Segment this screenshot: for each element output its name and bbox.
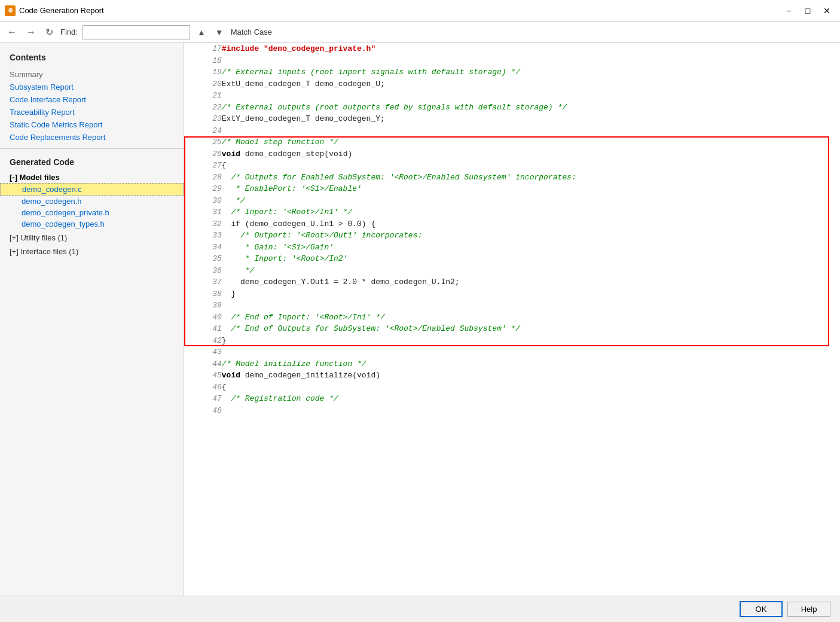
line-number: 38 (184, 288, 222, 300)
code-panel[interactable]: 17#include "demo_codegen_private.h"1819/… (184, 43, 840, 596)
code-comment-link-span: /* Outputs for Enabled SubSystem: '<Root… (222, 173, 576, 182)
line-number: 43 (184, 346, 222, 358)
static-code-metrics-link[interactable]: Static Code Metrics Report (0, 118, 184, 131)
table-row: 37 demo_codegen_Y.Out1 = 2.0 * demo_code… (184, 276, 840, 288)
line-code: ExtU_demo_codegen_T demo_codegen_U; (222, 78, 840, 90)
table-row: 21 (184, 90, 840, 102)
line-code: */ (222, 195, 840, 207)
line-number: 21 (184, 90, 222, 102)
model-files-label: [-] Model files (0, 172, 184, 183)
table-row: 32 if (demo_codegen_U.In1 > 0.0) { (184, 218, 840, 230)
traceability-report-link[interactable]: Traceability Report (0, 106, 184, 118)
code-comment-link-span: * EnablePort: '<S1>/Enable' (222, 184, 362, 193)
find-up-button[interactable]: ▲ (195, 26, 208, 38)
maximize-button[interactable]: □ (799, 4, 816, 17)
code-comment-link-span: * Inport: '<Root>/In2' (222, 254, 348, 263)
line-code: { (222, 382, 840, 394)
code-include-span: #include "demo_codegen_private.h" (222, 44, 375, 53)
file-demo-codegen-private-h[interactable]: demo_codegen_private.h (0, 207, 184, 218)
ok-button[interactable]: OK (740, 601, 783, 617)
line-number: 24 (184, 125, 222, 137)
code-replacements-link[interactable]: Code Replacements Report (0, 131, 184, 144)
line-code: * Gain: '<S1>/Gain' (222, 242, 840, 254)
toolbar: ← → ↻ Find: ▲ ▼ Match Case (0, 22, 840, 43)
sidebar: Contents Summary Subsystem Report Code I… (0, 43, 184, 596)
forward-button[interactable]: → (24, 26, 38, 39)
table-row: 19/* External inputs (root inport signal… (184, 66, 840, 78)
line-code: /* Model initialize function */ (222, 358, 840, 370)
refresh-button[interactable]: ↻ (43, 25, 56, 39)
code-table: 17#include "demo_codegen_private.h"1819/… (184, 43, 840, 416)
summary-link[interactable]: Summary (0, 68, 184, 81)
line-number: 17 (184, 43, 222, 55)
title-bar-left: ⚙ Code Generation Report (5, 5, 104, 16)
line-number: 48 (184, 405, 222, 417)
interface-files-label[interactable]: [+] Interface files (1) (0, 246, 184, 257)
line-number: 18 (184, 55, 222, 67)
table-row: 18 (184, 55, 840, 67)
file-demo-codegen-c[interactable]: demo_codegen.c (0, 183, 184, 196)
code-comment-span: /* Model initialize function */ (222, 359, 366, 368)
line-number: 25 (184, 136, 222, 148)
line-code (222, 125, 840, 137)
line-number: 33 (184, 230, 222, 242)
table-row: 29 * EnablePort: '<S1>/Enable' (184, 183, 840, 195)
line-number: 26 (184, 148, 222, 160)
line-number: 28 (184, 172, 222, 184)
line-number: 32 (184, 218, 222, 230)
line-code: /* Outport: '<Root>/Out1' incorporates: (222, 230, 840, 242)
line-code: demo_codegen_Y.Out1 = 2.0 * demo_codegen… (222, 276, 840, 288)
subsystem-report-link[interactable]: Subsystem Report (0, 81, 184, 93)
table-row: 46{ (184, 382, 840, 394)
code-comment-link-span: /* Outport: '<Root>/Out1' incorporates: (222, 231, 422, 240)
table-row: 27{ (184, 160, 840, 172)
line-number: 23 (184, 113, 222, 125)
main-area: Contents Summary Subsystem Report Code I… (0, 43, 840, 596)
line-number: 29 (184, 183, 222, 195)
utility-files-label[interactable]: [+] Utility files (1) (0, 232, 184, 243)
line-code: /* End of Inport: '<Root>/In1' */ (222, 312, 840, 324)
minimize-button[interactable]: − (780, 4, 797, 17)
table-row: 24 (184, 125, 840, 137)
generated-code-title: Generated Code (0, 154, 184, 169)
file-demo-codegen-types-h[interactable]: demo_codegen_types.h (0, 218, 184, 230)
code-interface-report-link[interactable]: Code Interface Report (0, 93, 184, 106)
table-row: 20ExtU_demo_codegen_T demo_codegen_U; (184, 78, 840, 90)
help-button[interactable]: Help (787, 602, 830, 617)
line-code: } (222, 335, 840, 347)
find-down-button[interactable]: ▼ (213, 26, 226, 38)
table-row: 48 (184, 405, 840, 417)
close-button[interactable]: ✕ (818, 4, 835, 17)
line-code: } (222, 288, 840, 300)
line-code: /* Inport: '<Root>/In1' */ (222, 206, 840, 218)
line-number: 41 (184, 323, 222, 335)
title-bar: ⚙ Code Generation Report − □ ✕ (0, 0, 840, 22)
line-number: 37 (184, 276, 222, 288)
line-number: 42 (184, 335, 222, 347)
code-comment-span: */ (222, 196, 245, 205)
line-code (222, 405, 840, 417)
table-row: 43 (184, 346, 840, 358)
line-code: /* External inputs (root inport signals … (222, 66, 840, 78)
code-comment-span: */ (222, 266, 255, 275)
table-row: 22/* External outputs (root outports fed… (184, 102, 840, 114)
line-number: 45 (184, 370, 222, 382)
line-number: 31 (184, 206, 222, 218)
table-row: 40 /* End of Inport: '<Root>/In1' */ (184, 312, 840, 324)
sidebar-tree: [-] Model files demo_codegen.c demo_code… (0, 169, 184, 260)
table-row: 47 /* Registration code */ (184, 393, 840, 405)
find-input[interactable] (83, 25, 190, 39)
line-number: 20 (184, 78, 222, 90)
code-comment-span: /* Registration code */ (222, 394, 338, 403)
line-number: 44 (184, 358, 222, 370)
back-button[interactable]: ← (5, 26, 19, 39)
line-code: if (demo_codegen_U.In1 > 0.0) { (222, 218, 840, 230)
file-demo-codegen-h[interactable]: demo_codegen.h (0, 196, 184, 207)
line-number: 36 (184, 265, 222, 277)
table-row: 36 */ (184, 265, 840, 277)
table-row: 23ExtY_demo_codegen_T demo_codegen_Y; (184, 113, 840, 125)
line-number: 47 (184, 393, 222, 405)
line-code: #include "demo_codegen_private.h" (222, 43, 840, 55)
line-number: 30 (184, 195, 222, 207)
table-row: 34 * Gain: '<S1>/Gain' (184, 242, 840, 254)
